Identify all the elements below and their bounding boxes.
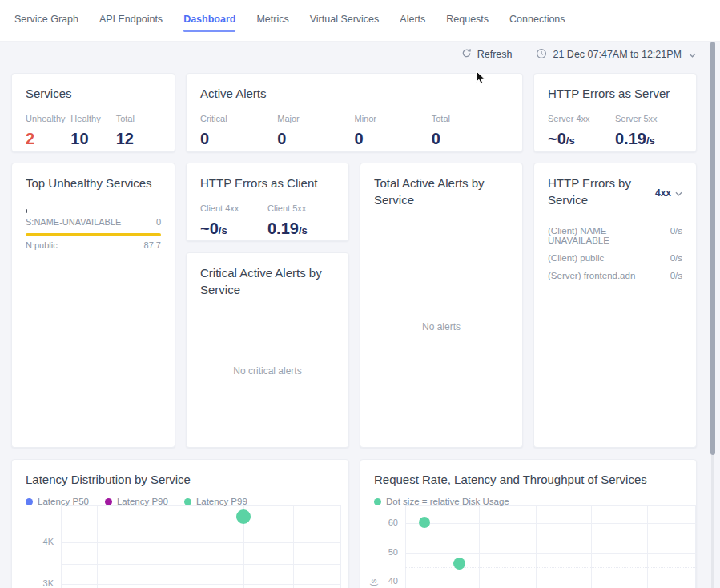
chart-legend: Dot size = relative Disk Usage [374, 497, 682, 506]
service-value: 0 [156, 217, 161, 227]
service-row: S:NAME-UNAVAILABLE 0 [26, 217, 161, 227]
stat-value: 0 [432, 130, 509, 148]
gridline-vertical [591, 505, 592, 588]
gridline-vertical [695, 505, 696, 588]
latency-distribution-card: Latency Distribution by Service Latency … [11, 459, 349, 588]
legend-item[interactable]: Dot size = relative Disk Usage [374, 497, 509, 506]
legend-label: Dot size = relative Disk Usage [386, 497, 509, 506]
stat-value: 10 [70, 130, 115, 148]
time-range-picker[interactable]: 21 Dec 07:47AM to 12:21PM [536, 48, 696, 62]
stat-label: Total [116, 114, 161, 123]
legend-item[interactable]: Latency P90 [105, 497, 168, 506]
toolbar: Refresh 21 Dec 07:47AM to 12:21PM [461, 42, 696, 67]
error-rate-value: 0/s [670, 253, 682, 263]
nav-tab[interactable]: Virtual Services [310, 14, 380, 25]
refresh-label: Refresh [477, 49, 513, 60]
legend-label: Latency P90 [117, 497, 168, 506]
nav-tab[interactable]: Service Graph [14, 14, 78, 25]
gridline-horizontal [405, 538, 697, 538]
gridline-horizontal [61, 522, 340, 522]
error-rate-value: 0/s [670, 271, 682, 280]
card-title: HTTP Errors as Client [200, 175, 335, 191]
nav-tab[interactable]: Metrics [256, 14, 288, 25]
nav-tab[interactable]: Requests [446, 14, 489, 25]
time-range-label: 21 Dec 07:47AM to 12:21PM [553, 49, 682, 60]
gridline-horizontal [61, 564, 340, 565]
gridline-horizontal [405, 523, 697, 524]
http-errors-server-stats: Server 4xx ~0/s Server 5xx 0.19/s [548, 114, 682, 148]
chevron-down-icon [675, 187, 682, 199]
stat: Total 0 [432, 114, 509, 148]
card-title: Critical Active Alerts by Service [200, 264, 335, 298]
top-unhealthy-item: S:NAME-UNAVAILABLE 0 [26, 209, 161, 227]
card-title: HTTP Errors as Server [548, 85, 682, 102]
top-unhealthy-list: S:NAME-UNAVAILABLE 0 N:public 87.7 [26, 209, 161, 250]
legend-label: Latency P99 [196, 497, 247, 506]
stat: Minor 0 [355, 114, 432, 148]
critical-alerts-card: Critical Active Alerts by Service No cri… [186, 252, 349, 448]
data-point [419, 517, 430, 528]
nav-tab[interactable]: Dashboard [183, 14, 235, 32]
stat-value: 0 [355, 130, 432, 148]
top-unhealthy-item: N:public 87.7 [26, 233, 161, 250]
gridline-vertical [647, 505, 648, 588]
card-title: Total Active Alerts by Service [374, 175, 509, 208]
http-errors-by-service-card: HTTP Errors by Service 4xx (Client) NAME… [533, 163, 697, 448]
error-service-name: (Client) NAME-UNAVAILABLE [548, 226, 670, 245]
y-axis-label: (s [368, 579, 378, 586]
top-nav: Service Graph API Endpoints Dashboard Me… [0, 0, 720, 42]
stat-label: Unhealthy [26, 114, 70, 123]
stat-label: Major [277, 114, 354, 123]
request-chart-plot: 605040(s [360, 460, 696, 588]
data-point [453, 558, 465, 570]
service-value: 87.7 [144, 240, 161, 250]
request-rate-card: Request Rate, Latency and Throughput of … [360, 459, 697, 588]
service-name: N:public [26, 240, 58, 250]
nav-tab[interactable]: Connections [509, 14, 565, 25]
gridline-vertical [61, 505, 62, 588]
error-type-select[interactable]: 4xx [655, 178, 682, 208]
legend-item[interactable]: Latency P50 [26, 497, 89, 506]
y-axis-tick: 3K [12, 578, 54, 588]
refresh-icon [461, 48, 472, 61]
gridline-vertical [97, 505, 98, 588]
legend-item[interactable]: Latency P99 [184, 497, 247, 506]
chart-legend: Latency P50 Latency P90 Latency P99 [26, 497, 335, 506]
stat-value: 2 [26, 130, 70, 148]
gridline-horizontal [405, 582, 697, 582]
error-service-name: (Server) frontend.adn [548, 271, 635, 280]
services-card: Services Unhealthy 2 Healthy 10 Total 12 [11, 73, 175, 152]
error-service-name: (Client) public [548, 253, 604, 263]
stat-label: Minor [355, 114, 432, 123]
active-alerts-stats: Critical 0 Major 0 Minor 0 Total 0 [200, 114, 509, 148]
http-errors-client-card: HTTP Errors as Client Client 4xx ~0/s Cl… [186, 163, 349, 241]
empty-state: No critical alerts [187, 365, 348, 377]
card-title: HTTP Errors by Service [548, 175, 642, 208]
gridline-vertical [405, 505, 406, 588]
gridline-horizontal [61, 584, 340, 585]
service-row: N:public 87.7 [26, 240, 161, 250]
http-errors-client-stats: Client 4xx ~0/s Client 5xx 0.19/s [200, 203, 335, 238]
gridline-horizontal [61, 542, 340, 543]
nav-tab[interactable]: Alerts [400, 14, 425, 25]
y-axis-tick: 60 [360, 518, 398, 527]
card-header: HTTP Errors by Service 4xx [548, 175, 682, 208]
stat-value: 12 [116, 130, 161, 148]
scrollbar-thumb[interactable] [710, 42, 715, 455]
gridline-vertical [195, 505, 195, 588]
gridline-vertical [147, 505, 147, 588]
y-axis-tick: 40 [360, 576, 398, 586]
chevron-down-icon [689, 49, 696, 60]
gridline-vertical [340, 505, 341, 588]
gridline-vertical [536, 505, 537, 588]
refresh-button[interactable]: Refresh [461, 48, 513, 61]
nav-tab[interactable]: API Endpoints [99, 14, 163, 25]
stat: Major 0 [277, 114, 354, 148]
card-title: Top Unhealthy Services [26, 175, 161, 191]
stat: Server 5xx 0.19/s [615, 114, 682, 148]
stat-value: ~0/s [200, 219, 267, 238]
legend-label: Latency P50 [38, 497, 89, 506]
legend-dot [105, 498, 112, 505]
legend-dot [374, 498, 381, 505]
error-rate-value: 0/s [670, 226, 682, 245]
